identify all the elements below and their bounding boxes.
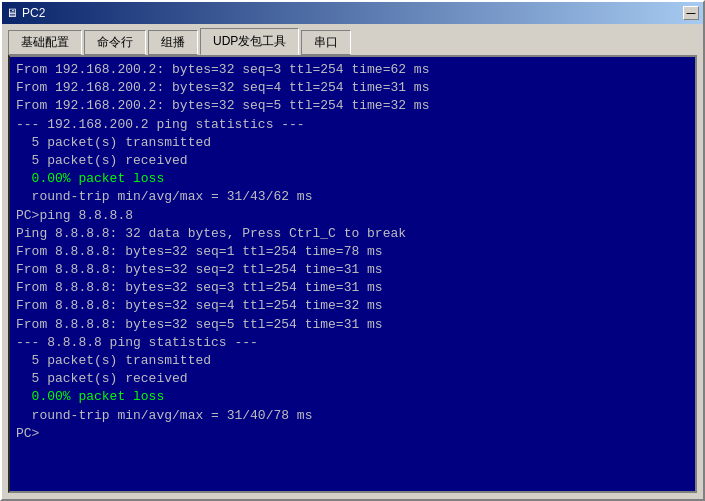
terminal-line: From 8.8.8.8: bytes=32 seq=3 ttl=254 tim… [16,279,689,297]
terminal-line: 5 packet(s) transmitted [16,134,689,152]
terminal-line: PC> [16,425,689,443]
minimize-button[interactable]: — [683,6,699,20]
terminal-output[interactable]: From 192.168.200.2: bytes=32 seq=3 ttl=2… [8,55,697,493]
title-bar-left: 🖥 PC2 [6,6,45,20]
window-title: PC2 [22,6,45,20]
main-window: 🖥 PC2 — 基础配置命令行组播UDP发包工具串口 From 192.168.… [0,0,705,501]
title-buttons: — [683,6,699,20]
terminal-line: round-trip min/avg/max = 31/43/62 ms [16,188,689,206]
tab-basic[interactable]: 基础配置 [8,30,82,55]
terminal-line: --- 8.8.8.8 ping statistics --- [16,334,689,352]
tab-udp[interactable]: UDP发包工具 [200,28,299,55]
terminal-line: From 8.8.8.8: bytes=32 seq=2 ttl=254 tim… [16,261,689,279]
tab-cmd[interactable]: 命令行 [84,30,146,55]
terminal-line: 5 packet(s) received [16,370,689,388]
terminal-line: 0.00% packet loss [16,388,689,406]
tab-bar: 基础配置命令行组播UDP发包工具串口 [2,24,703,55]
tab-serial[interactable]: 串口 [301,30,351,55]
terminal-line: --- 192.168.200.2 ping statistics --- [16,116,689,134]
terminal-line: From 8.8.8.8: bytes=32 seq=5 ttl=254 tim… [16,316,689,334]
terminal-line: From 192.168.200.2: bytes=32 seq=3 ttl=2… [16,61,689,79]
window-icon: 🖥 [6,6,18,20]
terminal-line: From 8.8.8.8: bytes=32 seq=4 ttl=254 tim… [16,297,689,315]
terminal-line: 5 packet(s) received [16,152,689,170]
terminal-line: From 192.168.200.2: bytes=32 seq=4 ttl=2… [16,79,689,97]
terminal-line: From 8.8.8.8: bytes=32 seq=1 ttl=254 tim… [16,243,689,261]
title-bar: 🖥 PC2 — [2,2,703,24]
terminal-line: PC>ping 8.8.8.8 [16,207,689,225]
tab-multicast[interactable]: 组播 [148,30,198,55]
terminal-line: From 192.168.200.2: bytes=32 seq=5 ttl=2… [16,97,689,115]
terminal-line: round-trip min/avg/max = 31/40/78 ms [16,407,689,425]
terminal-line: Ping 8.8.8.8: 32 data bytes, Press Ctrl_… [16,225,689,243]
terminal-line: 0.00% packet loss [16,170,689,188]
terminal-line: 5 packet(s) transmitted [16,352,689,370]
